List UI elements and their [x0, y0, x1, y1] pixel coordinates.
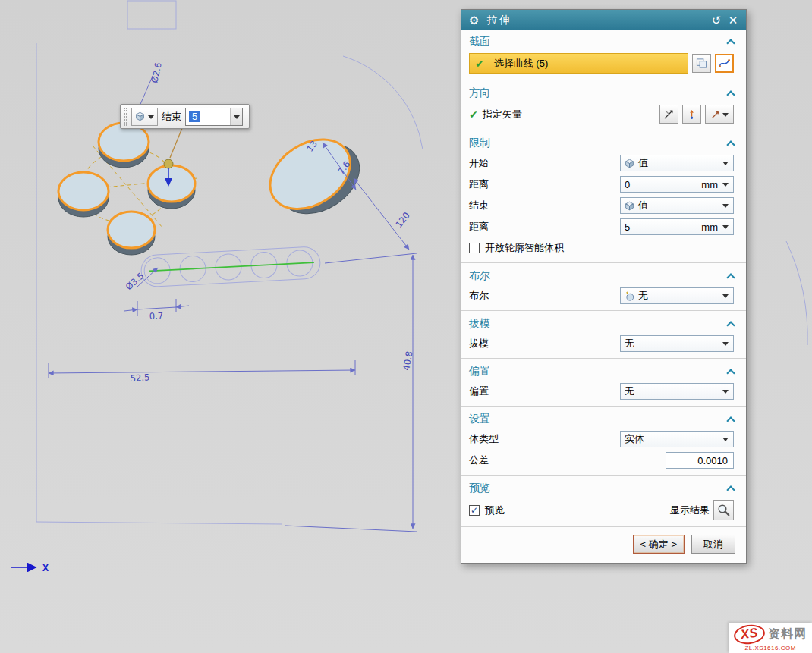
section-header-section[interactable]: 截面 — [461, 30, 746, 51]
body-type-row: 体类型 实体 — [461, 429, 746, 450]
magnifier-icon — [717, 504, 731, 517]
preview-checkbox[interactable] — [469, 505, 480, 516]
chevron-up-icon[interactable] — [726, 485, 735, 494]
extrude-preview-bosses[interactable] — [58, 122, 373, 255]
tolerance-row: 公差 0.0010 — [461, 450, 746, 471]
chevron-down-icon — [722, 204, 729, 211]
extrude-mode-dropdown[interactable] — [131, 108, 158, 126]
section-header-limits[interactable]: 限制 — [461, 132, 746, 152]
select-curve-field[interactable]: ✔ 选择曲线 (5) — [469, 53, 688, 74]
section-dialog-button[interactable] — [692, 54, 711, 73]
end-distance-field[interactable]: 5 mm — [620, 218, 734, 235]
chevron-down-icon — [722, 162, 729, 168]
axis-x-label: X — [42, 563, 49, 573]
inferred-vector-button[interactable] — [682, 105, 701, 124]
dim-slot-dia: Ø3.5 — [124, 271, 146, 293]
end-distance-row: 距离 5 mm — [461, 216, 746, 237]
ok-button[interactable]: < 确定 > — [633, 535, 685, 554]
tolerance-input[interactable]: 0.0010 — [666, 452, 734, 469]
dim-hole-dia: Ø2.6 — [149, 61, 163, 84]
cube-icon — [625, 159, 634, 168]
open-profile-row: 开放轮廓智能体积 — [461, 237, 746, 259]
vector-constructor-icon — [663, 108, 675, 120]
boolean-row: 布尔 无 — [461, 285, 746, 306]
slot-centerline — [149, 262, 314, 271]
start-distance-input[interactable]: 0 mm — [620, 176, 734, 193]
dialog-title: 拉伸 — [486, 14, 511, 27]
section-header-draft[interactable]: 拔模 — [461, 312, 746, 333]
section-header-direction[interactable]: 方向 — [461, 82, 746, 102]
dim-angle: 120 — [393, 210, 412, 230]
point-arrow-icon — [686, 108, 697, 120]
cancel-button[interactable]: 取消 — [691, 535, 735, 554]
chevron-up-icon[interactable] — [726, 90, 735, 99]
start-row: 开始 值 — [461, 152, 746, 174]
chevron-down-icon — [722, 294, 729, 301]
curve-icon — [719, 58, 730, 69]
chevron-up-icon[interactable] — [726, 140, 735, 149]
draft-row: 拔模 无 — [461, 333, 746, 354]
boss-4 — [148, 165, 195, 209]
chevron-down-icon — [722, 438, 729, 444]
watermark: XS 资料网 ZL.XS1616.COM — [729, 623, 812, 653]
draft-dropdown[interactable]: 无 — [620, 335, 734, 352]
chevron-down-icon — [722, 342, 729, 349]
section-header-settings[interactable]: 设置 — [461, 408, 746, 429]
section-header-offset[interactable]: 偏置 — [461, 360, 746, 381]
dim-slot-offset: 0.7 — [149, 310, 163, 322]
start-distance-row: 距离 0 mm — [461, 174, 746, 195]
start-type-dropdown[interactable]: 值 — [620, 155, 734, 171]
gear-icon[interactable]: ⚙ — [469, 14, 479, 27]
end-distance-input[interactable]: 5 — [185, 108, 243, 126]
boolean-dropdown[interactable]: 无 — [620, 287, 734, 304]
chevron-up-icon[interactable] — [726, 273, 735, 281]
chevron-down-icon — [722, 183, 729, 190]
show-result-button[interactable] — [713, 500, 734, 520]
end-label: 结束 — [162, 110, 181, 124]
chevron-up-icon[interactable] — [726, 321, 735, 329]
boolean-none-icon — [625, 291, 634, 301]
boss-3 — [108, 212, 155, 255]
wcs-x-axis: X — [11, 563, 49, 573]
chevron-up-icon[interactable] — [726, 39, 735, 47]
dialog-titlebar[interactable]: ⚙ 拉伸 ↺ ✕ — [461, 10, 746, 30]
section-header-boolean[interactable]: 布尔 — [461, 265, 746, 285]
specify-vector-row: ✔ 指定矢量 — [461, 102, 746, 126]
watermark-logo-icon: XS — [733, 623, 766, 645]
section-header-preview[interactable]: 预览 — [461, 477, 746, 498]
end-distance-dropdown[interactable] — [230, 108, 242, 125]
body-type-dropdown[interactable]: 实体 — [620, 431, 734, 447]
vector-arrow-icon — [710, 109, 721, 120]
end-distance-value[interactable]: 5 — [189, 111, 200, 122]
reset-button[interactable]: ↺ — [708, 12, 725, 29]
boss-1 — [99, 123, 149, 168]
chevron-down-icon — [148, 115, 154, 122]
floating-extrude-toolbar: 结束 5 — [120, 104, 250, 129]
extrude-dialog: ⚙ 拉伸 ↺ ✕ 截面 ✔ 选择曲线 (5) — [461, 9, 747, 564]
chevron-down-icon — [722, 113, 729, 120]
check-icon: ✔ — [475, 58, 484, 70]
show-result-label: 显示结果 — [670, 504, 710, 517]
vector-type-dropdown[interactable] — [705, 105, 734, 124]
check-icon: ✔ — [469, 108, 478, 121]
chevron-down-icon — [722, 390, 729, 397]
curve-rule-button[interactable] — [715, 54, 734, 73]
cube-icon — [135, 111, 145, 121]
toolbar-grip-icon[interactable] — [124, 108, 127, 126]
end-row: 结束 值 — [461, 195, 746, 216]
offset-dropdown[interactable]: 无 — [620, 383, 734, 400]
vector-dialog-button[interactable] — [659, 105, 678, 124]
dim-width: 52.5 — [130, 372, 150, 384]
chevron-up-icon[interactable] — [726, 416, 735, 425]
dialog-footer: < 确定 > 取消 — [461, 529, 746, 563]
chevron-down-icon — [722, 225, 729, 232]
end-type-dropdown[interactable]: 值 — [620, 197, 734, 214]
select-curve-row: ✔ 选择曲线 (5) — [461, 51, 746, 76]
select-curve-label: 选择曲线 (5) — [494, 57, 549, 71]
open-profile-checkbox[interactable] — [469, 243, 480, 253]
watermark-name: 资料网 — [768, 626, 807, 642]
close-button[interactable]: ✕ — [725, 12, 741, 29]
chevron-up-icon[interactable] — [726, 369, 735, 377]
slot-sketch[interactable] — [140, 246, 321, 287]
application-window: 52.5 40.8 120 7.6 13 Ø2.6 Ø3.5 0.7 — [0, 0, 812, 653]
